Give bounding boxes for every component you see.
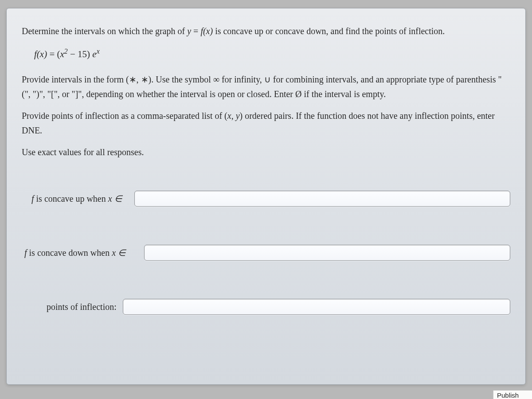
concave-down-row: f is concave down when x ∈ bbox=[22, 245, 510, 261]
prompt-text-prefix: Determine the intervals on which the gra… bbox=[22, 26, 187, 36]
fn-lhs: f(x) bbox=[34, 49, 47, 59]
fn-close-paren: ) bbox=[87, 49, 92, 59]
prompt-text-suffix: is concave up or concave down, and find … bbox=[215, 26, 445, 36]
fn-x-exp: 2 bbox=[64, 47, 68, 55]
fn-x: x bbox=[60, 49, 64, 59]
instructions-points: Provide points of inflection as a comma-… bbox=[22, 109, 510, 138]
poi-row: points of inflection: bbox=[22, 299, 510, 315]
x-in-2: x ∈ bbox=[112, 248, 125, 258]
prompt-eq-rhs: f(x) bbox=[200, 26, 213, 36]
x-in-1: x ∈ bbox=[108, 194, 122, 203]
fn-e-exp: x bbox=[97, 47, 100, 55]
fn-eq: = bbox=[47, 49, 57, 59]
question-card: Determine the intervals on which the gra… bbox=[6, 8, 526, 385]
concave-down-text: is concave down when bbox=[27, 248, 112, 258]
poi-input[interactable] bbox=[123, 299, 510, 315]
question-prompt: Determine the intervals on which the gra… bbox=[22, 24, 510, 38]
concave-down-input[interactable] bbox=[144, 245, 510, 261]
poi-label: points of inflection: bbox=[22, 302, 117, 312]
fn-open-paren: ( bbox=[57, 49, 60, 59]
concave-down-label: f is concave down when x ∈ bbox=[22, 247, 138, 258]
instructions-intervals: Provide intervals in the form (∗, ∗). Us… bbox=[22, 72, 510, 102]
footer-fragment: Publish bbox=[493, 390, 532, 399]
fn-minus-15: − 15 bbox=[68, 49, 87, 59]
prompt-eq-op: = bbox=[191, 26, 200, 36]
concave-up-input[interactable] bbox=[134, 191, 510, 207]
concave-up-text: is concave up when bbox=[34, 194, 108, 203]
answer-block: f is concave up when x ∈ f is concave do… bbox=[22, 191, 510, 315]
instr-p2-prefix: Provide points of inflection as a comma-… bbox=[22, 111, 227, 121]
footer-text: Publish bbox=[497, 391, 519, 399]
fn-e: e bbox=[92, 49, 96, 59]
instructions-exact: Use exact values for all responses. bbox=[22, 145, 510, 160]
instr-p2-xy: x, y bbox=[227, 111, 240, 121]
concave-up-row: f is concave up when x ∈ bbox=[22, 191, 510, 207]
concave-up-label: f is concave up when x ∈ bbox=[22, 193, 128, 204]
prompt-eq-lhs: y bbox=[187, 26, 191, 36]
function-definition: f(x) = (x2 − 15) ex bbox=[34, 47, 510, 60]
